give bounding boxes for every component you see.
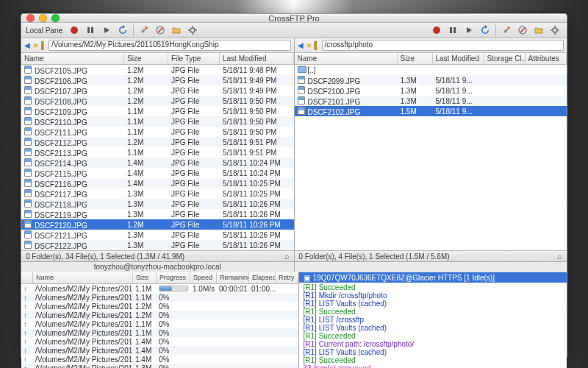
right-column-header[interactable]: Name Size Last Modified Storage Cl... At…	[295, 53, 567, 65]
file-row[interactable]: DSCF2122.JPG1.3MJPG File5/18/11 10:26 PM	[21, 240, 294, 250]
refresh-button[interactable]	[115, 23, 130, 38]
file-row[interactable]: DSCF2117.JPG1.3MJPG File5/18/11 10:25 PM	[21, 188, 294, 199]
log-line: [R1] Mkdir /crossftp/photo	[304, 291, 562, 300]
svg-point-12	[433, 26, 440, 34]
log-line: [R1] LIST Vaults (cached)	[304, 300, 562, 308]
left-file-list[interactable]: DSCF2105.JPG1.2MJPG File5/18/11 9:48 PMD…	[21, 65, 294, 250]
upload-icon: ↑	[24, 338, 27, 346]
folder-icon: ▌	[315, 41, 320, 49]
pause-button-r[interactable]	[445, 23, 460, 38]
queue-row[interactable]: ↑/Volumes/M2/My Pictures/201105...1.4M0%	[21, 337, 298, 346]
connect-button-r[interactable]	[499, 23, 514, 38]
queue-row[interactable]: ↑/Volumes/M2/My Pictures/201105...1.1M0%	[21, 328, 298, 337]
left-column-header[interactable]: Name Size File Type Last Modified	[21, 53, 294, 65]
titlebar: CrossFTP Pro	[21, 14, 567, 23]
play-button-r[interactable]	[462, 23, 476, 38]
file-row[interactable]: DSCF2100.JPG1.3M5/18/11 9...	[295, 85, 567, 96]
pause-button[interactable]	[83, 23, 98, 38]
file-row[interactable]: DSCF2108.JPG1.2MJPG File5/18/11 9:50 PM	[21, 96, 294, 106]
upload-icon: ↑	[24, 311, 27, 319]
queue-row[interactable]: ↑/Volumes/M2/My Pictures/201105...1.4M0%	[21, 355, 298, 364]
file-row[interactable]: DSCF2113.JPG1.1MJPG File5/18/11 9:51 PM	[21, 147, 294, 158]
svg-point-19	[553, 28, 557, 32]
log-line: [R1] Succeeded	[304, 283, 562, 291]
window-title: CrossFTP Pro	[21, 14, 567, 23]
upload-icon: ↑	[24, 320, 27, 328]
file-row[interactable]: DSCF2102.JPG1.5M5/18/11 9...	[295, 106, 567, 116]
svg-rect-2	[91, 27, 93, 33]
file-row[interactable]: DSCF2111.JPG1.1MJPG File5/18/11 9:50 PM	[21, 127, 294, 137]
file-row[interactable]: DSCF2120.JPG1.2MJPG File5/18/11 10:26 PM	[21, 219, 294, 230]
settings-button[interactable]	[185, 23, 200, 38]
log-line: [R1] Succeeded	[304, 332, 562, 340]
right-file-list[interactable]: [..]DSCF2099.JPG1.3M5/18/11 9...DSCF2100…	[295, 65, 567, 250]
minimize-icon[interactable]	[39, 14, 47, 22]
log-line: [R1] Succeeded	[304, 356, 562, 364]
connect-button[interactable]	[137, 23, 151, 38]
connection-bar[interactable]: ▣ 19Q07QW70J636ETQXE8Z@Glacier HTTPS [1 …	[299, 272, 567, 283]
file-row[interactable]: DSCF2115.JPG1.4MJPG File5/18/11 10:24 PM	[21, 168, 294, 178]
zoom-icon[interactable]	[51, 14, 60, 22]
search-icon[interactable]: ⌕	[284, 252, 290, 261]
log-line: [R1] Current path: /crossftp/photo/	[304, 340, 562, 348]
star-icon[interactable]: ★	[306, 41, 312, 49]
file-row[interactable]: DSCF2118.JPG1.3MJPG File5/18/11 10:26 PM	[21, 199, 294, 209]
queue-row[interactable]: ↑/Volumes/M2/My Pictures/201105...1.2M0%	[21, 302, 298, 311]
svg-point-4	[145, 26, 148, 29]
queue-row[interactable]: ↑/Volumes/M2/My Pictures/201105...1.1M1.…	[21, 284, 298, 293]
file-row[interactable]: DSCF2106.JPG1.2MJPG File5/18/11 9:49 PM	[21, 75, 294, 85]
queue-row[interactable]: ↑/Volumes/M2/My Pictures/201105...1.3M0%	[21, 364, 298, 368]
transfer-queue: Name Size Progress Speed Remaining Elaps…	[21, 272, 299, 368]
right-pane: ◀ ★ ▌ /crossftp/photo Name Size Last Mod…	[295, 38, 567, 261]
upload-icon: ↑	[24, 302, 27, 311]
monitor-icon: ▣	[304, 274, 310, 282]
play-button[interactable]	[99, 23, 114, 38]
svg-point-0	[71, 26, 78, 34]
right-host-blank	[295, 262, 567, 272]
left-pane: ◀ ★ ▌ /Volumes/M2/My Pictures/20110519Ho…	[21, 38, 295, 261]
back-icon[interactable]: ◀	[298, 41, 304, 49]
refresh-button-r[interactable]	[478, 23, 492, 38]
file-row[interactable]: [..]	[295, 65, 567, 75]
file-row[interactable]: DSCF2101.JPG1.3M5/18/11 9...	[295, 96, 567, 106]
file-row[interactable]: DSCF2105.JPG1.2MJPG File5/18/11 9:48 PM	[21, 65, 294, 75]
right-path-input[interactable]: /crossftp/photo	[322, 40, 564, 51]
upload-icon: ↑	[24, 285, 27, 293]
log-line: [R1] Succeeded	[304, 308, 562, 316]
record-button[interactable]	[67, 23, 82, 38]
file-row[interactable]: DSCF2121.JPG1.3MJPG File5/18/11 10:26 PM	[21, 230, 294, 240]
file-row[interactable]: DSCF2109.JPG1.1MJPG File5/18/11 9:50 PM	[21, 106, 294, 116]
search-icon[interactable]: ⌕	[557, 252, 562, 261]
svg-rect-1	[87, 27, 90, 33]
svg-rect-13	[450, 27, 452, 33]
queue-row[interactable]: ↑/Volumes/M2/My Pictures/201105...1.4M0%	[21, 346, 298, 355]
log-lines[interactable]: [R1] Succeeded[R1] Mkdir /crossftp/photo…	[299, 283, 567, 368]
queue-list[interactable]: ↑/Volumes/M2/My Pictures/201105...1.1M1.…	[21, 284, 298, 368]
file-row[interactable]: DSCF2112.JPG1.2MJPG File5/18/11 9:51 PM	[21, 137, 294, 147]
close-icon[interactable]	[26, 14, 35, 22]
disconnect-button[interactable]	[153, 23, 168, 38]
queue-row[interactable]: ↑/Volumes/M2/My Pictures/201105...1.1M0%	[21, 293, 298, 302]
svg-point-16	[507, 26, 510, 29]
queue-row[interactable]: ↑/Volumes/M2/My Pictures/201105...1.1M0%	[21, 319, 298, 328]
folder-button[interactable]	[169, 23, 184, 38]
back-icon[interactable]: ◀	[24, 41, 30, 49]
upload-icon: ↑	[24, 347, 27, 355]
folder-button-r[interactable]	[531, 23, 546, 38]
file-row[interactable]: DSCF2099.JPG1.3M5/18/11 9...	[295, 75, 567, 85]
file-row[interactable]: DSCF2110.JPG1.1MJPG File5/18/11 9:50 PM	[21, 116, 294, 127]
disconnect-button-r[interactable]	[515, 23, 530, 38]
file-row[interactable]: DSCF2107.JPG1.2MJPG File5/18/11 9:49 PM	[21, 85, 294, 96]
left-path-input[interactable]: /Volumes/M2/My Pictures/20110519HongKong…	[49, 40, 290, 51]
file-row[interactable]: DSCF2114.JPG1.4MJPG File5/18/11 10:24 PM	[21, 158, 294, 168]
left-status: 0 Folder(s), 34 File(s), 1 Selected (1.3…	[21, 250, 294, 261]
star-icon[interactable]: ★	[32, 41, 39, 49]
queue-column-header[interactable]: Name Size Progress Speed Remaining Elaps…	[21, 272, 298, 284]
file-row[interactable]: DSCF2116.JPG1.4MJPG File5/18/11 10:25 PM	[21, 178, 294, 188]
svg-marker-3	[104, 27, 110, 33]
record-button-r[interactable]	[429, 23, 444, 38]
file-row[interactable]: DSCF2119.JPG1.3MJPG File5/18/11 10:26 PM	[21, 209, 294, 219]
settings-button-r[interactable]	[548, 23, 562, 38]
queue-row[interactable]: ↑/Volumes/M2/My Pictures/201105...1.2M0%	[21, 311, 298, 319]
svg-point-7	[190, 28, 195, 32]
